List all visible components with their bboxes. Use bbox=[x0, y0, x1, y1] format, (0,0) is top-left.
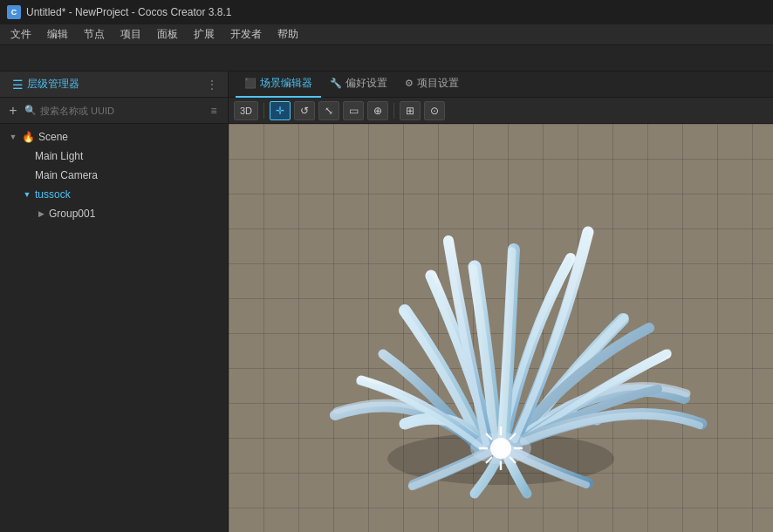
tab-icon-scene: ⬛ bbox=[244, 78, 257, 89]
tree-node-label-tussock: tussock bbox=[35, 188, 71, 201]
viewport-panel: ⬛ 场景编辑器🔧 偏好设置⚙ 项目设置 3D ✛ ↺ ⤡ ▭ ⊕ ⊞ ⊙ bbox=[229, 72, 773, 532]
tab-label-scene: 场景编辑器 bbox=[260, 76, 312, 91]
hierarchy-panel: ☰ 层级管理器 ⋮ + 🔍 ≡ ▼🔥SceneMain LightMain Ca… bbox=[0, 72, 229, 532]
sort-btn[interactable]: ≡ bbox=[205, 102, 222, 119]
tree-item-group001[interactable]: ▶Group001 bbox=[0, 204, 228, 223]
tab-label-prefs: 偏好设置 bbox=[345, 76, 387, 91]
right-tabbar: ⬛ 场景编辑器🔧 偏好设置⚙ 项目设置 bbox=[229, 72, 773, 98]
tab-project[interactable]: ⚙ 项目设置 bbox=[396, 72, 468, 98]
search-input[interactable] bbox=[40, 106, 202, 116]
menu-item-编辑[interactable]: 编辑 bbox=[40, 25, 75, 44]
tree-item-tussock[interactable]: ▼tussock bbox=[0, 185, 228, 204]
hierarchy-tab-icon: ☰ bbox=[12, 78, 24, 92]
menu-item-节点[interactable]: 节点 bbox=[77, 25, 112, 44]
tree-item-scene[interactable]: ▼🔥Scene bbox=[0, 127, 228, 147]
3d-mode-btn[interactable]: 3D bbox=[234, 101, 258, 120]
window-title: Untitled* - NewProject - Cocos Creator 3… bbox=[26, 6, 231, 18]
separator-1 bbox=[263, 103, 264, 119]
tree-arrow-main-light bbox=[21, 150, 33, 162]
tab-icon-prefs: 🔧 bbox=[330, 78, 342, 89]
main-layout: ☰ 层级管理器 ⋮ + 🔍 ≡ ▼🔥SceneMain LightMain Ca… bbox=[0, 72, 773, 532]
move-tool-btn[interactable]: ✛ bbox=[270, 101, 291, 120]
scene-content bbox=[229, 124, 773, 532]
viewport[interactable] bbox=[229, 124, 773, 532]
transform-tool-btn[interactable]: ⊕ bbox=[367, 101, 388, 120]
rect-tool-btn[interactable]: ▭ bbox=[343, 101, 364, 120]
hierarchy-tab[interactable]: ☰ 层级管理器 bbox=[7, 77, 85, 92]
gizmo-inner bbox=[494, 441, 508, 455]
menu-item-帮助[interactable]: 帮助 bbox=[270, 25, 305, 44]
add-node-btn[interactable]: + bbox=[5, 103, 21, 119]
tab-prefs[interactable]: 🔧 偏好设置 bbox=[321, 72, 396, 98]
search-bar: + 🔍 ≡ bbox=[0, 98, 228, 124]
titlebar: C Untitled* - NewProject - Cocos Creator… bbox=[0, 0, 773, 24]
menu-item-面板[interactable]: 面板 bbox=[150, 25, 185, 44]
tree-arrow-group001: ▶ bbox=[35, 208, 47, 220]
tree-node-label-group001: Group001 bbox=[49, 208, 95, 220]
tree-arrow-main-camera bbox=[21, 169, 33, 181]
snap-btn[interactable]: ⊞ bbox=[400, 101, 421, 120]
scene-tree: ▼🔥SceneMain LightMain Camera▼tussock▶Gro… bbox=[0, 124, 228, 532]
panel-header-actions: ⋮ bbox=[203, 76, 221, 93]
tree-arrow-tussock: ▼ bbox=[21, 188, 33, 201]
search-icon: 🔍 bbox=[24, 105, 37, 116]
menu-item-开发者[interactable]: 开发者 bbox=[223, 25, 269, 44]
rotate-tool-btn[interactable]: ↺ bbox=[294, 101, 315, 120]
tree-node-label-scene: Scene bbox=[38, 131, 68, 143]
tree-node-label-main-camera: Main Camera bbox=[35, 169, 98, 181]
menubar: 文件编辑节点项目面板扩展开发者帮助 bbox=[0, 24, 773, 45]
scale-tool-btn[interactable]: ⤡ bbox=[318, 101, 339, 120]
tab-scene[interactable]: ⬛ 场景编辑器 bbox=[236, 72, 321, 98]
hierarchy-tab-label: 层级管理器 bbox=[27, 77, 79, 92]
tree-node-icon-scene: 🔥 bbox=[21, 130, 35, 144]
preview-btn[interactable]: ⊙ bbox=[424, 101, 445, 120]
menu-item-项目[interactable]: 项目 bbox=[113, 25, 148, 44]
tree-item-main-camera[interactable]: Main Camera bbox=[0, 166, 228, 185]
tree-node-label-main-light: Main Light bbox=[35, 150, 83, 162]
menu-item-扩展[interactable]: 扩展 bbox=[187, 25, 222, 44]
hierarchy-panel-header: ☰ 层级管理器 ⋮ bbox=[0, 72, 228, 98]
tab-icon-project: ⚙ bbox=[405, 78, 414, 89]
panel-menu-btn[interactable]: ⋮ bbox=[203, 76, 221, 93]
tussock-3d-scene bbox=[257, 145, 745, 511]
main-tabbar bbox=[0, 45, 773, 72]
tree-item-main-light[interactable]: Main Light bbox=[0, 147, 228, 166]
tab-label-project: 项目设置 bbox=[417, 76, 459, 91]
menu-item-文件[interactable]: 文件 bbox=[3, 25, 38, 44]
viewport-toolbar: 3D ✛ ↺ ⤡ ▭ ⊕ ⊞ ⊙ bbox=[229, 98, 773, 124]
tree-arrow-scene: ▼ bbox=[7, 131, 19, 143]
app-icon: C bbox=[7, 5, 21, 19]
separator-2 bbox=[393, 103, 394, 119]
